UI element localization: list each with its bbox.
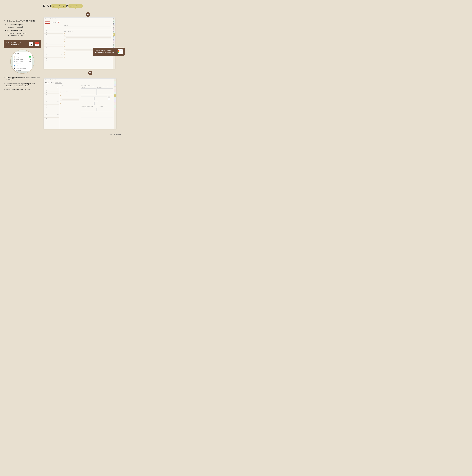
time-5pm[interactable]: 5 xyxy=(44,51,63,53)
tab-sep[interactable]: SEP xyxy=(113,39,115,41)
tab-nov[interactable]: NOV xyxy=(113,44,115,47)
v2-time-7[interactable]: 7 xyxy=(44,89,59,91)
how-better-input[interactable] xyxy=(97,88,113,95)
v2-tab-nov[interactable]: NOV xyxy=(114,105,116,108)
focus-input[interactable] xyxy=(64,26,111,30)
time-7[interactable]: 7 xyxy=(44,29,63,31)
tab-mar[interactable]: MAR xyxy=(113,23,115,25)
v2-time-6pm[interactable]: 6 PM xyxy=(44,113,59,115)
priority-2[interactable] xyxy=(64,34,111,36)
v2-tab-jul[interactable]: JUL xyxy=(114,94,116,97)
v2-time-9pm[interactable]: 9 xyxy=(44,120,59,122)
tab-jul[interactable]: JUL xyxy=(113,34,115,36)
time-8pm[interactable]: 8 xyxy=(44,57,63,60)
v2-time-8[interactable]: 8 xyxy=(44,91,59,94)
v2-time-6[interactable]: 6 7 xyxy=(44,87,59,89)
v2-tab-apr[interactable]: APR xyxy=(114,86,116,89)
tab-oct[interactable]: OCT xyxy=(113,41,115,44)
v2-time-11[interactable]: 11 xyxy=(44,98,59,100)
toolbar-icon-5[interactable]: ♡ xyxy=(54,18,56,20)
priority-3[interactable] xyxy=(64,36,111,39)
v2-toolbar-icon-5[interactable]: ♡ xyxy=(54,79,56,81)
apple-calendar-icon[interactable]: THU 8 xyxy=(35,42,39,46)
time-link-dot[interactable]: 7 xyxy=(57,88,58,89)
time-3pm[interactable]: 3 xyxy=(44,47,63,49)
priority-7[interactable] xyxy=(64,45,111,47)
popup-video[interactable]: 🎥 Add video conferencing xyxy=(14,67,31,69)
tab-jun[interactable]: JUN xyxy=(113,31,115,34)
water-check-2[interactable] xyxy=(109,97,110,98)
priority-1[interactable] xyxy=(64,32,111,34)
v2-toolbar-icon-3[interactable]: ↺ xyxy=(50,79,51,81)
v2-tab-jun[interactable]: JUN xyxy=(114,92,116,94)
v2-tab-jan[interactable]: JAN xyxy=(114,79,116,81)
notes-area[interactable] xyxy=(81,112,113,118)
priority-5[interactable] xyxy=(64,41,111,43)
popup-more-options[interactable]: More options xyxy=(14,63,31,65)
water-check-4[interactable] xyxy=(109,98,110,99)
toolbar-icon-1[interactable]: ⊞ xyxy=(45,18,46,20)
v2-time-8pm[interactable]: 8 xyxy=(44,118,59,120)
time-7pm[interactable]: 7 xyxy=(44,55,63,57)
v2-time-5pm[interactable]: 5 xyxy=(44,111,59,113)
water-check-5[interactable] xyxy=(108,99,109,100)
v2-priority-6[interactable] xyxy=(60,103,79,105)
v2-toolbar-icon-4[interactable]: ⊕ xyxy=(52,79,54,81)
time-11pm[interactable]: 11 xyxy=(44,64,63,66)
v2-tab-aug[interactable]: AUG xyxy=(114,97,116,100)
v2-time-10pm[interactable]: 10 xyxy=(44,122,59,124)
toolbar-icon-6[interactable]: ⇥ xyxy=(57,18,58,20)
v2-tab-feb[interactable]: FEB xyxy=(114,81,116,84)
breakfast-input[interactable] xyxy=(81,97,94,100)
v2-time-12pm[interactable]: 12 PM xyxy=(44,100,59,102)
time-6pm[interactable]: 6 PM xyxy=(44,53,63,55)
tab-feb[interactable]: FEB xyxy=(113,20,115,23)
v2-toolbar-icon-2[interactable]: ⌂ xyxy=(47,79,49,81)
v2-toolbar-icon-1[interactable]: ⊞ xyxy=(45,79,46,81)
popup-reminder[interactable]: 🔔 30 minutes before xyxy=(14,72,31,74)
priority-4[interactable] xyxy=(64,39,111,41)
v2-tab-sep[interactable]: SEP xyxy=(114,100,116,102)
v2-time-11pm[interactable]: 11 xyxy=(44,124,59,126)
time-9[interactable]: 9 xyxy=(44,34,63,36)
water-check-1[interactable] xyxy=(108,97,109,98)
v2-tab-mar[interactable]: MAR xyxy=(114,84,116,86)
v2-time-7pm[interactable]: 7 xyxy=(44,115,59,118)
toolbar-icon-4[interactable]: ⊕ xyxy=(52,18,54,20)
google-calendar-icon[interactable]: 31 31 xyxy=(29,42,33,46)
v2-priority-3[interactable] xyxy=(60,96,79,99)
priority-12[interactable] xyxy=(64,56,111,58)
view-week-button[interactable]: VIEW WEEK xyxy=(55,82,62,84)
toolbar-icon-3[interactable]: ↺ xyxy=(50,18,51,20)
time-10[interactable]: 10 xyxy=(44,36,63,38)
v2-priority-1[interactable] xyxy=(60,92,79,94)
time-4pm[interactable]: 4 xyxy=(44,49,63,51)
gratitude-input[interactable] xyxy=(81,88,96,95)
popup-add-guests[interactable]: 👤 Add guests xyxy=(14,65,31,67)
water-check-3[interactable] xyxy=(108,98,109,99)
tab-may[interactable]: MAY xyxy=(113,28,115,31)
v2-priority-5[interactable] xyxy=(60,101,79,103)
v2-time-9[interactable]: 9 xyxy=(44,94,59,96)
v2-tab-may[interactable]: MAY xyxy=(114,89,116,92)
v2-toolbar-icon-6[interactable]: ⇥ xyxy=(57,79,58,81)
lunch-input[interactable] xyxy=(81,102,94,105)
v2-priority-4[interactable] xyxy=(60,99,79,101)
time-10pm[interactable]: 10 xyxy=(44,62,63,64)
time-9pm[interactable]: 9 xyxy=(44,60,63,62)
time-2pm[interactable]: 2 xyxy=(44,44,63,47)
dinner-input[interactable] xyxy=(94,97,107,100)
v2-priority-2[interactable] xyxy=(60,94,79,96)
priority-6[interactable] xyxy=(64,43,111,45)
v2-time-1pm[interactable]: 1 xyxy=(44,102,59,104)
v2-focus-box[interactable] xyxy=(60,86,79,90)
time-8[interactable]: 8 xyxy=(44,31,63,34)
how-felt-input[interactable] xyxy=(97,107,113,110)
speech-bubble-weekly[interactable]: go to weekly page xyxy=(68,4,83,8)
time-1pm[interactable]: 1 xyxy=(44,42,63,44)
speech-bubble-monthly[interactable]: go to monthly page xyxy=(51,4,66,8)
popup-location[interactable]: 📍 Add location xyxy=(14,69,31,72)
tab-apr[interactable]: APR xyxy=(113,25,115,28)
time-12pm[interactable]: 12 PM xyxy=(44,40,63,42)
tab-jan[interactable]: JAN xyxy=(113,17,115,20)
